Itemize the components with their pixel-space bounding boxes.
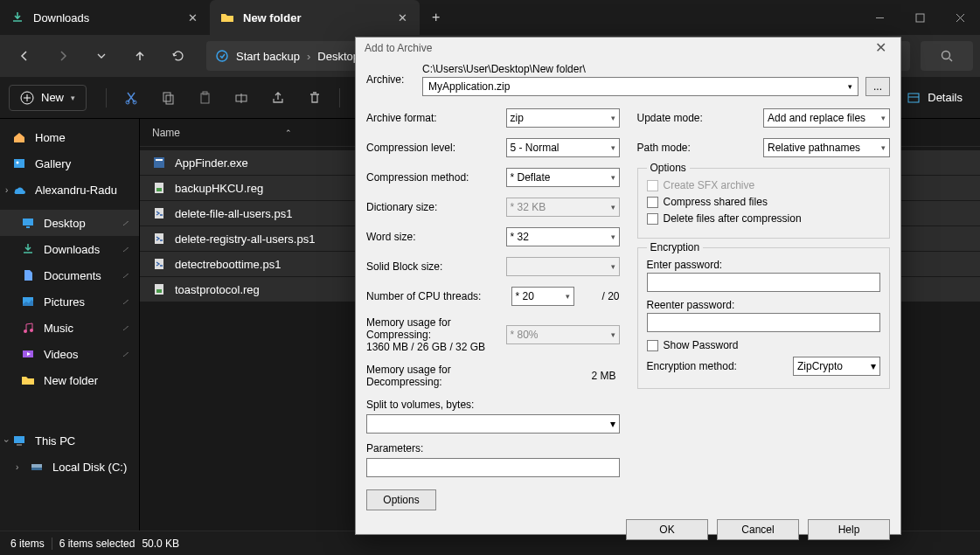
gallery-icon — [12, 156, 26, 170]
close-icon[interactable]: ✕ — [396, 10, 409, 26]
pin-icon: ⟋ — [121, 244, 130, 254]
split-select[interactable]: ▾ — [366, 414, 620, 434]
mem-compress-select[interactable]: * 80%▾ — [506, 325, 620, 344]
sidebar-label: Home — [35, 131, 66, 144]
titlebar: Downloads ✕ New folder ✕ + — [0, 0, 980, 35]
level-select[interactable]: 5 - Normal▾ — [506, 138, 620, 157]
sidebar-documents[interactable]: Documents ⟋ — [0, 262, 139, 288]
up-button[interactable] — [122, 40, 157, 72]
cancel-button[interactable]: Cancel — [717, 519, 799, 540]
svg-rect-8 — [201, 94, 209, 103]
sidebar-gallery[interactable]: Gallery — [0, 150, 139, 177]
onedrive-icon — [12, 183, 26, 197]
dict-select[interactable]: * 32 KB▾ — [506, 198, 620, 217]
delete-button[interactable] — [297, 82, 332, 114]
threads-select[interactable]: * 20▾ — [511, 287, 574, 306]
sidebar-label: Pictures — [44, 295, 85, 309]
sidebar-label: Desktop — [44, 217, 86, 230]
pathmode-select[interactable]: Relative pathnames▾ — [763, 138, 890, 157]
mem-decompress-label: Memory usage for Decompressing: — [366, 364, 506, 388]
tab-downloads[interactable]: Downloads ✕ — [0, 0, 210, 35]
close-icon[interactable]: ✕ — [186, 10, 199, 26]
params-label: Parameters: — [366, 442, 620, 454]
delete-checkbox[interactable] — [647, 213, 658, 225]
sidebar-downloads[interactable]: Downloads ⟋ — [0, 236, 139, 262]
paste-button[interactable] — [187, 82, 222, 114]
help-button[interactable]: Help — [808, 519, 890, 540]
recent-button[interactable] — [84, 40, 119, 72]
search-box[interactable] — [921, 41, 973, 71]
maximize-button[interactable] — [900, 0, 940, 35]
chevron-down-icon[interactable]: › — [2, 439, 11, 441]
sfx-label: Create SFX archive — [664, 179, 755, 191]
forward-button[interactable] — [45, 40, 80, 72]
password-input[interactable] — [647, 273, 881, 292]
col-name[interactable]: Name — [152, 127, 180, 139]
archive-filename-value: MyApplication.zip — [428, 80, 510, 93]
sidebar-user[interactable]: › Alexandru-Radu — [0, 177, 139, 203]
sidebar-thispc[interactable]: › This PC — [0, 427, 139, 454]
new-button[interactable]: New ▾ — [9, 85, 87, 111]
chevron-right-icon[interactable]: › — [5, 185, 8, 195]
ok-button[interactable]: OK — [626, 519, 708, 540]
browse-button[interactable]: ... — [865, 77, 890, 96]
back-button[interactable] — [7, 40, 42, 72]
cut-button[interactable] — [114, 82, 149, 114]
refresh-button[interactable] — [161, 40, 196, 72]
params-input[interactable] — [366, 458, 620, 477]
sidebar: Home Gallery › Alexandru-Radu Desktop ⟋ … — [0, 119, 140, 531]
sidebar-desktop[interactable]: Desktop ⟋ — [0, 210, 139, 236]
minimize-button[interactable] — [859, 0, 900, 35]
enc-method-select[interactable]: ZipCrypto▾ — [793, 357, 880, 376]
svg-rect-12 — [14, 159, 24, 168]
tab-label: New folder — [243, 11, 301, 24]
download-icon — [10, 10, 24, 24]
pathmode-label: Path mode: — [637, 142, 764, 154]
close-button[interactable] — [940, 0, 980, 35]
word-select[interactable]: * 32▾ — [506, 227, 620, 246]
sidebar-music[interactable]: Music ⟋ — [0, 315, 139, 341]
file-name: delete-file-all-users.ps1 — [175, 207, 292, 220]
breadcrumb-start[interactable]: Start backup — [236, 50, 300, 63]
archive-path: C:\Users\User\Desktop\New folder\ — [422, 63, 890, 75]
encryption-legend: Encryption — [647, 241, 704, 253]
dialog-close-button[interactable]: ✕ — [870, 38, 892, 58]
window-controls — [859, 0, 980, 35]
chevron-right-icon[interactable]: › — [16, 462, 18, 472]
music-icon — [21, 321, 35, 335]
pin-icon: ⟋ — [121, 218, 130, 228]
status-size: 50.0 KB — [142, 538, 179, 550]
enter-password-label: Enter password: — [647, 259, 881, 271]
rename-button[interactable] — [224, 82, 259, 114]
sidebar-home[interactable]: Home — [0, 124, 139, 150]
sidebar-label: Gallery — [35, 157, 71, 170]
show-password-checkbox[interactable] — [647, 340, 658, 351]
format-select[interactable]: zip▾ — [506, 108, 620, 128]
options-button[interactable]: Options — [366, 489, 436, 510]
pin-icon: ⟋ — [121, 296, 130, 307]
details-button[interactable]: Details — [898, 86, 971, 110]
plus-circle-icon — [20, 91, 34, 105]
sidebar-newfolder[interactable]: New folder — [0, 367, 139, 393]
reenter-password-input[interactable] — [647, 313, 881, 332]
dialog-titlebar: Add to Archive ✕ — [356, 38, 900, 58]
shared-checkbox[interactable] — [647, 197, 658, 208]
exe-icon — [152, 156, 166, 170]
encryption-fieldset: Encryption Enter password: Reenter passw… — [637, 247, 891, 389]
options-legend: Options — [647, 162, 690, 174]
copy-button[interactable] — [150, 82, 185, 114]
sidebar-label: Music — [44, 322, 73, 335]
format-label: Archive format: — [366, 112, 506, 124]
method-select[interactable]: * Deflate▾ — [506, 168, 620, 187]
sidebar-pictures[interactable]: Pictures ⟋ — [0, 288, 139, 315]
archive-filename-input[interactable]: MyApplication.zip ▾ — [422, 77, 858, 96]
tab-newfolder[interactable]: New folder ✕ — [210, 0, 420, 35]
threads-max: / 20 — [580, 290, 620, 302]
sidebar-videos[interactable]: Videos ⟋ — [0, 341, 139, 367]
add-tab-button[interactable]: + — [420, 10, 452, 25]
share-button[interactable] — [261, 82, 295, 114]
sidebar-localdisk[interactable]: › Local Disk (C:) — [0, 454, 139, 480]
pin-icon: ⟋ — [121, 270, 130, 281]
breadcrumb-item[interactable]: Desktop — [317, 50, 359, 63]
update-select[interactable]: Add and replace files▾ — [763, 108, 890, 128]
